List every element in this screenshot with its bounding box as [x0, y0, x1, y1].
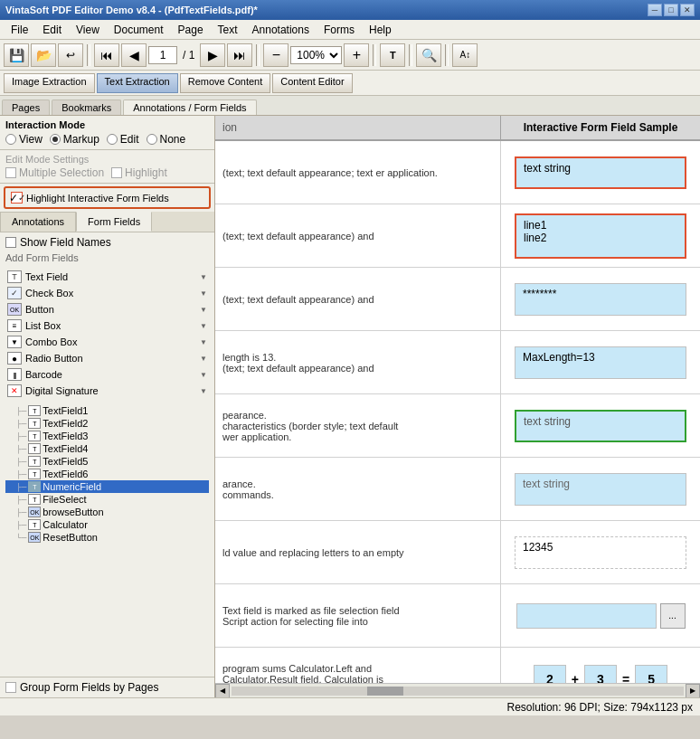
field-type-radio[interactable]: ● Radio Button ▼: [5, 350, 209, 366]
row-1-sample: text string: [501, 141, 700, 204]
maximize-button[interactable]: □: [664, 4, 678, 16]
interaction-mode-label: Interaction Mode: [5, 119, 209, 130]
radio-none[interactable]: None: [147, 133, 186, 146]
add-form-fields-label: Add Form Fields: [5, 252, 209, 263]
undo-button[interactable]: ↩: [58, 43, 83, 67]
menu-document[interactable]: Document: [107, 22, 171, 38]
tree-item-textfield4[interactable]: ├─ T TextField4: [5, 442, 209, 455]
radio-none-label: None: [160, 133, 186, 146]
extra-button[interactable]: A↕: [452, 43, 478, 67]
tree-item-textfield3[interactable]: ├─ T TextField3: [5, 430, 209, 442]
browse-button[interactable]: ...: [660, 603, 686, 629]
tree-item-fileselect[interactable]: ├─ T FileSelect: [5, 493, 209, 506]
sample-text-field-1[interactable]: text string: [515, 156, 686, 189]
search-button[interactable]: 🔍: [416, 43, 441, 67]
minimize-button[interactable]: ─: [648, 4, 662, 16]
radio-markup[interactable]: Markup: [50, 133, 99, 146]
sample-multiline-field[interactable]: line1 line2: [515, 213, 686, 259]
field-type-text[interactable]: T Text Field ▼: [5, 269, 209, 285]
tree-item-numericfield[interactable]: ├─ T NumericField: [5, 480, 209, 493]
title-bar-buttons[interactable]: ─ □ ✕: [648, 4, 695, 16]
menu-text[interactable]: Text: [211, 22, 245, 38]
file-input-field[interactable]: [516, 603, 657, 629]
scroll-left-button[interactable]: ◀: [215, 684, 230, 698]
combobox-field-label: Combo Box: [25, 336, 196, 347]
prev-page-button[interactable]: ◀: [121, 43, 147, 67]
highlight-option[interactable]: Highlight: [111, 166, 167, 179]
calc-right[interactable]: 3: [584, 665, 617, 684]
zoom-out-button[interactable]: −: [263, 43, 289, 67]
sample-password-field[interactable]: ********: [515, 283, 686, 316]
remove-content-button[interactable]: Remove Content: [180, 73, 271, 93]
table-row-1: (text; text default appearance; text er …: [215, 141, 700, 204]
page-number-input[interactable]: [148, 46, 177, 64]
tab-pages[interactable]: Pages: [2, 99, 50, 115]
radio-view[interactable]: View: [5, 133, 43, 146]
multiple-selection-label: Multiple Selection: [19, 166, 104, 179]
menu-annotations[interactable]: Annotations: [245, 22, 317, 38]
radio-none-circle: [147, 134, 157, 145]
field-type-combobox[interactable]: ▼ Combo Box ▼: [5, 334, 209, 350]
zoom-in-button[interactable]: +: [344, 43, 369, 67]
menu-file[interactable]: File: [4, 22, 35, 38]
listbox-field-icon: ≡: [7, 319, 22, 332]
field-type-button[interactable]: OK Button ▼: [5, 301, 209, 317]
right-header-right: Interactive Form Field Sample: [501, 116, 700, 139]
field-type-checkbox[interactable]: ✓ Check Box ▼: [5, 285, 209, 301]
multiple-selection-option[interactable]: Multiple Selection: [5, 166, 104, 179]
last-page-button[interactable]: ⏭: [227, 43, 252, 67]
sample-comb-field[interactable]: text string: [515, 473, 686, 506]
tab-bookmarks[interactable]: Bookmarks: [52, 99, 121, 115]
barcode-field-icon: |||: [7, 368, 22, 381]
open-button[interactable]: 📂: [31, 43, 56, 67]
tree-item-calculator[interactable]: ├─ T Calculator: [5, 518, 209, 531]
bottom-scrollbar[interactable]: ◀ ▶: [215, 683, 700, 697]
zoom-select[interactable]: 100% 75% 150%: [290, 46, 342, 64]
numericfield-icon: T: [28, 481, 41, 492]
tab-annotations-form-fields[interactable]: Annotations / Form Fields: [123, 99, 256, 115]
sample-numeric-field[interactable]: 12345: [515, 536, 686, 569]
group-form-fields-checkbox[interactable]: [5, 682, 16, 693]
menu-edit[interactable]: Edit: [35, 22, 69, 38]
fileselect-icon: T: [28, 494, 41, 505]
text-tool-button[interactable]: T: [380, 43, 405, 67]
menu-view[interactable]: View: [69, 22, 107, 38]
textfield2-icon: T: [28, 418, 41, 429]
scroll-right-button[interactable]: ▶: [686, 684, 700, 698]
menu-page[interactable]: Page: [171, 22, 211, 38]
barcode-dropdown-arrow: ▼: [200, 371, 207, 379]
tree-item-textfield6[interactable]: ├─ T TextField6: [5, 468, 209, 480]
first-page-button[interactable]: ⏮: [94, 43, 119, 67]
show-field-names-checkbox[interactable]: [5, 237, 16, 248]
scroll-track: [232, 687, 684, 696]
field-type-barcode[interactable]: ||| Barcode ▼: [5, 366, 209, 383]
scroll-thumb[interactable]: [367, 687, 403, 696]
tree-item-textfield1[interactable]: ├─ T TextField1: [5, 404, 209, 417]
tab-annotations[interactable]: Annotations: [0, 212, 76, 232]
field-type-listbox[interactable]: ≡ List Box ▼: [5, 317, 209, 334]
highlight-form-fields-checkbox[interactable]: ✓: [11, 192, 23, 204]
text-extraction-button[interactable]: Text Extraction: [97, 73, 178, 93]
next-page-button[interactable]: ▶: [200, 43, 225, 67]
calc-result[interactable]: 5: [635, 665, 667, 684]
calc-left[interactable]: 2: [534, 665, 566, 684]
tree-item-browsebutton[interactable]: ├─ OK browseButton: [5, 506, 209, 518]
sample-green-field[interactable]: text string: [515, 410, 686, 442]
signature-field-icon: ✕: [7, 384, 22, 397]
tree-item-textfield5[interactable]: ├─ T TextField5: [5, 455, 209, 468]
menu-forms[interactable]: Forms: [317, 22, 362, 38]
tree-item-resetbutton[interactable]: └─ OK ResetButton: [5, 531, 209, 544]
fileselect-label: FileSelect: [43, 494, 86, 505]
close-button[interactable]: ✕: [680, 4, 695, 16]
radio-edit[interactable]: Edit: [107, 133, 139, 146]
tree-item-textfield2[interactable]: ├─ T TextField2: [5, 417, 209, 430]
save-button[interactable]: 💾: [4, 43, 29, 67]
field-type-signature[interactable]: ✕ Digital Signature ▼: [5, 383, 209, 399]
edit-mode-options: Multiple Selection Highlight: [5, 166, 209, 179]
menu-help[interactable]: Help: [362, 22, 399, 38]
content-editor-button[interactable]: Content Editor: [272, 73, 352, 93]
toolbar2: Image Extraction Text Extraction Remove …: [0, 71, 700, 96]
sample-maxlen-field[interactable]: MaxLength=13: [515, 346, 686, 379]
image-extraction-button[interactable]: Image Extraction: [4, 73, 95, 93]
tab-form-fields[interactable]: Form Fields: [76, 212, 152, 232]
